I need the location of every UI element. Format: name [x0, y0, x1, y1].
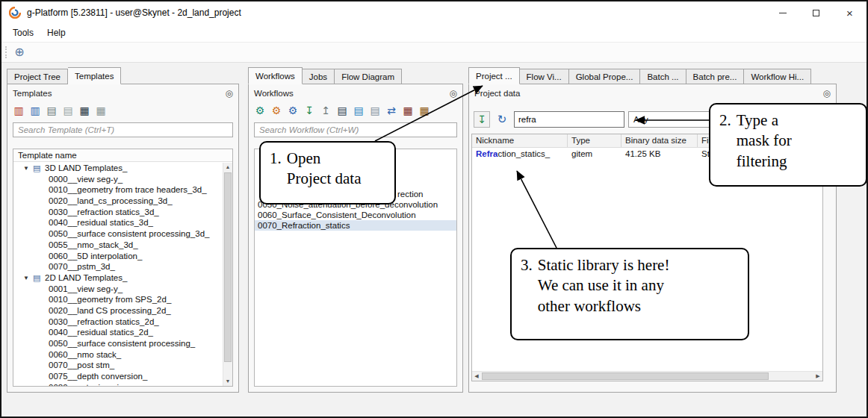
new-template-icon[interactable]: ▥	[12, 104, 25, 117]
expand-arrow-icon[interactable]: ▼	[23, 163, 33, 175]
title-bar: g-Platform [5.23811] - user@Skynet - 2d_…	[1, 1, 867, 24]
tree-item[interactable]: ▼▤0075__depth conversion_	[13, 371, 223, 382]
tree-item[interactable]: ▼▤0070__post stm_	[13, 360, 223, 371]
import-workflow-icon[interactable]: ↧	[303, 104, 316, 117]
refresh-icon[interactable]: ↻	[494, 111, 510, 128]
clone-template-icon[interactable]: ▥	[28, 104, 42, 117]
tree-scrollbar[interactable]: ▲ ▼	[223, 163, 232, 386]
delete-template-icon[interactable]: ▦	[94, 104, 108, 117]
tree-item[interactable]: ▼▤0001__view seg-y_	[13, 284, 223, 295]
tree-item[interactable]: ▼▤0055__nmo_stack_3d_	[13, 240, 223, 251]
tab-global-prope[interactable]: Global Prope...	[569, 69, 641, 84]
workflow-search-input[interactable]	[254, 122, 457, 137]
tree-item[interactable]: ▼▤0040__residual statics_2d_	[13, 327, 223, 338]
tab-workflows[interactable]: Workflows	[248, 67, 303, 84]
tab-label: Templates	[75, 72, 114, 81]
tree-item[interactable]: ▼▤0000__view seg-y_	[13, 174, 223, 185]
workflows-panel: Workflows ◎ ⚙⚙⚙↧↥▤▤▤⇄▦▦ rection0050_Nois…	[248, 84, 463, 393]
workflow-item[interactable]: 0070_Refraction_statics	[255, 220, 456, 231]
tree-item[interactable]: ▼▤0010__geometry from trace headers_3d_	[13, 184, 223, 196]
expand-arrow-icon[interactable]: ▼	[23, 273, 33, 284]
template-search-row	[7, 119, 238, 137]
tab-label: Workflows	[255, 72, 295, 81]
tree-item[interactable]: ▼▤0030__refraction statics_2d_	[13, 316, 223, 328]
tree-item[interactable]: ▼▤0030__refraction statics_3d_	[13, 207, 223, 218]
backup-archive-icon[interactable]: ▦	[418, 104, 431, 117]
duplicate-doc-icon[interactable]: ▤	[352, 104, 365, 117]
tree-item[interactable]: ▼▤0040__residual statics_3d_	[13, 217, 223, 228]
copy-workflow-icon[interactable]: ⚙	[270, 104, 283, 117]
scroll-right-icon[interactable]: ▶	[813, 372, 822, 381]
table-hscrollbar[interactable]: ◀ ▶	[472, 371, 822, 381]
template-library-icon[interactable]: ▦	[78, 104, 91, 117]
scrollbar-thumb[interactable]	[224, 172, 232, 362]
panel-menu-icon[interactable]: ◎	[823, 88, 831, 99]
tree-item[interactable]: ▼▤0020__land_cs_processing_3d_	[13, 196, 223, 207]
tree-item[interactable]: ▼▤0060__nmo stack_	[13, 349, 223, 361]
tab-jobs[interactable]: Jobs	[303, 69, 335, 84]
templates-panel: Templates ◎ ▥▥▤▤▦▦ Template name ▼▤3D LA…	[7, 84, 239, 393]
tab-workflow-hi[interactable]: Workflow Hi...	[744, 69, 811, 84]
tree-item-label: 2D LAND Templates_	[45, 273, 127, 282]
project-data-panel-header: Project data ◎	[469, 84, 836, 102]
workflow-item[interactable]: 0060_Surface_Consistent_Deconvolution	[255, 210, 456, 220]
paste-doc-icon[interactable]: ▤	[368, 104, 382, 117]
column-header[interactable]: Type	[568, 134, 621, 147]
scroll-left-icon[interactable]: ◀	[472, 372, 481, 381]
tab-templates[interactable]: Templates	[68, 67, 121, 84]
scroll-up-icon[interactable]: ▲	[223, 163, 232, 172]
chain-workflow-icon[interactable]: ⚙	[286, 104, 300, 117]
export-workflow-icon[interactable]: ↥	[319, 104, 332, 117]
tree-item[interactable]: ▼▤0050__surface consistent processing_	[13, 338, 223, 349]
window-title: g-Platform [5.23811] - user@Skynet - 2d_…	[27, 7, 241, 18]
column-header[interactable]: Binary data size	[621, 134, 698, 147]
tree-item[interactable]: ▼▤0060__5D interpolation_	[13, 251, 223, 262]
export-template-icon[interactable]: ▤	[61, 104, 75, 117]
panel-menu-icon[interactable]: ◎	[450, 88, 457, 99]
tab-batch[interactable]: Batch ...	[640, 69, 686, 84]
data-filter-input[interactable]	[514, 111, 624, 128]
maximize-button[interactable]	[799, 1, 833, 24]
workflow-search-row	[249, 119, 462, 137]
tab-project-tree[interactable]: Project Tree	[7, 69, 68, 84]
tree-item[interactable]: ▼▤0080__pstm imaging	[13, 382, 223, 386]
minimize-button[interactable]	[766, 1, 799, 24]
tree-item[interactable]: ▼▤3D LAND Templates_	[13, 163, 223, 174]
template-tree-column-header[interactable]: Template name	[13, 149, 232, 162]
transfer-workflow-icon[interactable]: ⇄	[385, 104, 398, 117]
save-data-icon[interactable]: ↧	[474, 111, 490, 128]
scroll-down-icon[interactable]: ▼	[223, 377, 232, 386]
templates-tab-bar: Project TreeTemplates	[7, 67, 121, 84]
tab-flow-diagram[interactable]: Flow Diagram	[335, 69, 402, 84]
template-tree-rows: ▼▤3D LAND Templates_ ▼▤0000__view seg-y_…	[13, 163, 223, 386]
tab-batch-pre[interactable]: Batch pre...	[686, 69, 745, 84]
import-template-icon[interactable]: ▤	[45, 104, 58, 117]
tree-item[interactable]: ▼▤0050__surface consistent processing_3d…	[13, 228, 223, 240]
workflows-tab-bar: WorkflowsJobsFlow Diagram	[248, 67, 402, 84]
new-workflow-icon[interactable]: ⚙	[253, 104, 267, 117]
tree-item[interactable]: ▼▤2D LAND Templates_	[13, 272, 223, 284]
tree-item[interactable]: ▼▤0010__geometry from SPS_2d_	[13, 294, 223, 305]
tree-item[interactable]: ▼▤0020__land CS processing_2d_	[13, 305, 223, 316]
tree-item-label: 0010__geometry from SPS_2d_	[49, 295, 171, 304]
panel-menu-icon[interactable]: ◎	[226, 88, 233, 99]
callout-line: Open	[287, 149, 362, 169]
tree-item[interactable]: ▼▤0070__pstm_3d_	[13, 261, 223, 272]
callout-static-library: 3. Static library is here!We can use it …	[510, 248, 749, 340]
callout-number: 1.	[270, 149, 282, 197]
archive-workflow-icon[interactable]: ▦	[401, 104, 415, 117]
globe-icon[interactable]: ⊕	[13, 46, 26, 59]
tree-item-label: 0040__residual statics_3d_	[49, 218, 153, 227]
close-button[interactable]: ×	[833, 1, 867, 24]
template-search-input[interactable]	[13, 122, 233, 137]
tree-item-label: 0030__refraction statics_2d_	[49, 317, 159, 326]
column-header[interactable]: Nickname	[472, 134, 568, 147]
workflows-panel-title: Workflows	[254, 89, 294, 98]
workflow-doc-icon[interactable]: ▤	[335, 104, 349, 117]
scrollbar-thumb[interactable]	[482, 372, 769, 380]
toolbar-grip[interactable]	[5, 46, 7, 58]
menu-item-help[interactable]: Help	[40, 25, 72, 40]
tab-project[interactable]: Project ...	[468, 67, 520, 84]
menu-item-tools[interactable]: Tools	[6, 25, 40, 40]
tab-flow-vi[interactable]: Flow Vi...	[520, 69, 569, 84]
